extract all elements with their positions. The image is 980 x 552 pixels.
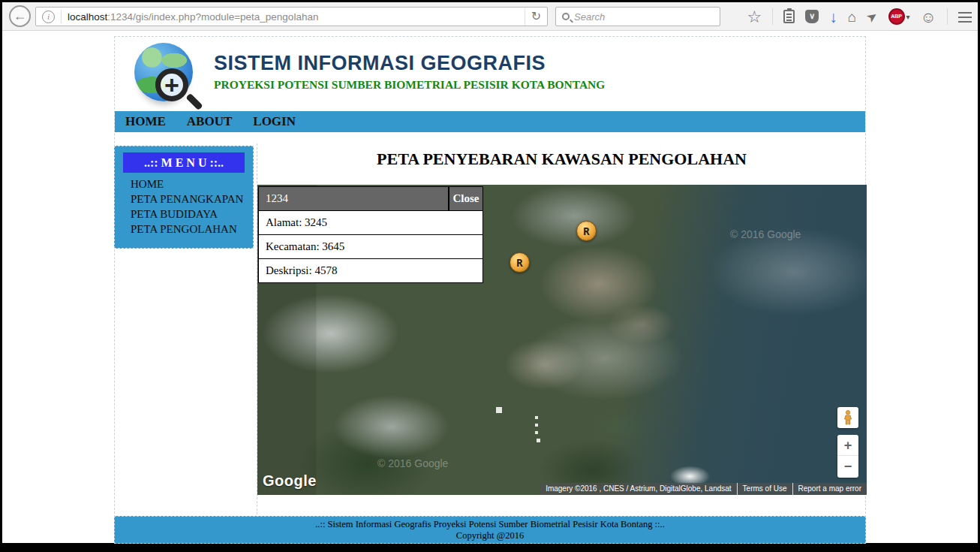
report-map-error-link[interactable]: Report a map error	[792, 483, 867, 495]
site-logo: +	[130, 41, 208, 107]
menu-hamburger-icon[interactable]	[958, 12, 972, 14]
sidebar-item-peta-pengolahan[interactable]: PETA PENGOLAHAN	[131, 222, 253, 237]
close-button[interactable]: Close	[448, 187, 482, 210]
map-watermark: © 2016 Google	[730, 228, 801, 240]
search-bar[interactable]	[555, 7, 720, 26]
feedback-smiley-icon[interactable]: ☺	[921, 10, 936, 24]
url-bar[interactable]: i localhost:1234/gis/index.php?module=pe…	[35, 7, 548, 26]
sidebar-item-home[interactable]: HOME	[131, 176, 253, 192]
site-info-icon[interactable]: i	[42, 11, 55, 23]
site-subtitle: PROYEKSI POTENSI SUMBER BIOMETRIAL PESIS…	[214, 78, 605, 92]
nav-item-login[interactable]: LOGIN	[242, 114, 306, 129]
bookmarks-list-icon[interactable]	[783, 10, 795, 23]
home-icon[interactable]: ⌂	[848, 10, 856, 24]
search-icon	[562, 13, 570, 20]
map-marker[interactable]: R	[510, 252, 530, 273]
info-row-kecamatan: Kecamatan: 3645	[259, 235, 482, 259]
nav-item-home[interactable]: HOME	[115, 114, 176, 129]
browser-toolbar: ← i localhost:1234/gis/index.php?module=…	[2, 2, 978, 31]
pegman-icon	[842, 410, 854, 425]
zoom-in-button[interactable]: +	[837, 435, 858, 456]
main-nav: HOME ABOUT LOGIN	[115, 111, 865, 132]
site-title: SISTEM INFORMASI GEOGRAFIS	[214, 52, 605, 75]
info-window-title: 1234	[259, 187, 448, 210]
footer-line1: ..:: Sistem Informasi Geografis Proyeksi…	[115, 519, 865, 530]
zoom-control: + −	[837, 435, 858, 478]
sidebar-item-peta-budidaya[interactable]: PETA BUDIDAYA	[131, 207, 253, 222]
adblock-icon: ABP	[888, 8, 905, 25]
map-marker[interactable]: R	[576, 221, 597, 241]
browser-window: ← i localhost:1234/gis/index.php?module=…	[2, 2, 978, 543]
magnifier-plus-icon: +	[155, 68, 188, 101]
sidebar-menu: ..:: M E N U ::.. HOME PETA PENANGKAPAN …	[114, 146, 254, 249]
footer-line2: Copyright @2016	[115, 530, 865, 541]
site-container: + SISTEM INFORMASI GEOGRAFIS PROYEKSI PO…	[114, 36, 866, 544]
toolbar-icons: ☆ ∨ ↓ ⌂ ➤ ABP ▾ ☺	[747, 2, 972, 31]
toolbar-divider	[772, 8, 773, 25]
attribution-text: Imagery ©2016 , CNES / Astrium, DigitalG…	[540, 483, 736, 495]
page-title: PETA PENYEBARAN KAWASAN PENGOLAHAN	[257, 149, 866, 169]
info-row-deskripsi: Deskripsi: 4578	[259, 259, 482, 282]
downloads-icon[interactable]: ↓	[829, 10, 837, 24]
terms-of-use-link[interactable]: Terms of Use	[737, 483, 792, 495]
info-window: 1234 Close Alamat: 3245 Kecamatan: 3645 …	[258, 186, 483, 283]
map-attribution: Imagery ©2016 , CNES / Astrium, DigitalG…	[540, 483, 867, 495]
nav-item-about[interactable]: ABOUT	[176, 114, 242, 129]
map-building-dot	[537, 439, 540, 442]
map-watermark: © 2016 Google	[377, 457, 448, 469]
back-button[interactable]: ←	[9, 5, 31, 27]
map-canvas[interactable]: © 2016 Google © 2016 Google R R 1234 Clo…	[257, 185, 867, 495]
map-building-dot	[535, 431, 538, 434]
zoom-out-button[interactable]: −	[837, 456, 858, 477]
url-domain: localhost	[68, 11, 107, 23]
url-text[interactable]: localhost:1234/gis/index.php?module=peta…	[68, 11, 525, 23]
google-logo[interactable]: Google	[263, 472, 317, 490]
map-building-dot	[535, 416, 538, 419]
menu-title: ..:: M E N U ::..	[123, 152, 245, 173]
chevron-down-icon: ▾	[906, 13, 910, 21]
main-content: PETA PENYEBARAN KAWASAN PENGOLAHAN © 201…	[257, 143, 866, 514]
toolbar-divider	[947, 8, 948, 25]
bookmark-star-icon[interactable]: ☆	[747, 10, 762, 24]
share-icon[interactable]: ➤	[864, 8, 881, 26]
pocket-icon[interactable]: ∨	[805, 10, 819, 23]
magnifier-handle	[185, 93, 203, 110]
map-building-dot	[496, 407, 502, 413]
site-header: + SISTEM INFORMASI GEOGRAFIS PROYEKSI PO…	[115, 37, 865, 111]
reload-icon[interactable]: ↻	[525, 8, 547, 26]
url-path: :1234/gis/index.php?module=peta_pengolah…	[107, 11, 318, 23]
sidebar-item-peta-penangkapan[interactable]: PETA PENANGKAPAN	[131, 192, 253, 207]
pegman-control[interactable]	[837, 407, 858, 428]
url-divider	[61, 10, 62, 23]
map-building-dot	[535, 424, 538, 427]
adblock-button[interactable]: ABP ▾	[888, 8, 910, 25]
site-footer: ..:: Sistem Informasi Geografis Proyeksi…	[114, 516, 866, 544]
search-input[interactable]	[574, 11, 720, 23]
info-row-alamat: Alamat: 3245	[259, 211, 482, 235]
